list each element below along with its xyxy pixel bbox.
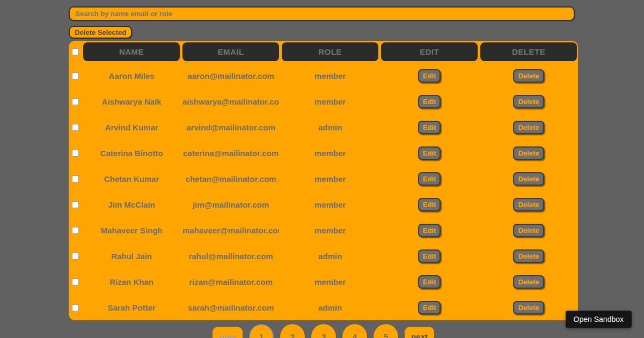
edit-button[interactable]: Edit	[418, 69, 441, 83]
edit-button[interactable]: Edit	[418, 198, 441, 211]
cell-email: rahul@mailinator.com	[182, 252, 279, 261]
edit-button[interactable]: Edit	[418, 95, 441, 108]
cell-name: Caterina Binotto	[83, 149, 180, 158]
cell-role: member	[282, 277, 378, 286]
edit-button[interactable]: Edit	[418, 249, 441, 263]
cell-email: aishwarya@mailinator.com	[182, 97, 279, 106]
main-content: Delete Selected NAME EMAIL ROLE EDIT DEL…	[69, 6, 578, 338]
cell-role: admin	[282, 252, 378, 261]
delete-button[interactable]: Delete	[513, 146, 544, 160]
cell-role: member	[282, 97, 378, 106]
row-checkbox[interactable]	[72, 278, 79, 285]
cell-role: member	[282, 226, 378, 235]
page-number-button[interactable]: 4	[342, 324, 367, 338]
delete-button[interactable]: Delete	[513, 249, 544, 263]
cell-role: member	[282, 200, 378, 209]
row-checkbox[interactable]	[72, 201, 79, 208]
row-checkbox[interactable]	[72, 98, 79, 105]
cell-email: chetan@mailinator.com	[182, 174, 279, 183]
cell-name: Jim McClain	[83, 200, 180, 209]
cell-role: member	[282, 149, 378, 158]
page: Delete Selected NAME EMAIL ROLE EDIT DEL…	[0, 0, 644, 338]
header-delete: DELETE	[480, 42, 577, 61]
search-input[interactable]	[69, 6, 575, 21]
cell-name: Arvind Kumar	[83, 123, 180, 132]
row-checkbox[interactable]	[72, 253, 79, 260]
edit-button[interactable]: Edit	[418, 224, 441, 237]
cell-email: mahaveer@mailinator.com	[182, 226, 279, 235]
select-all-checkbox[interactable]	[72, 48, 79, 55]
delete-button[interactable]: Delete	[513, 95, 544, 108]
delete-button[interactable]: Delete	[513, 301, 544, 314]
delete-button[interactable]: Delete	[513, 69, 544, 83]
cell-email: arvind@mailinator.com	[182, 123, 279, 132]
row-checkbox[interactable]	[72, 72, 79, 79]
edit-button[interactable]: Edit	[418, 301, 441, 314]
table-row: Rizan Khan rizan@mailinator.com member E…	[70, 269, 577, 295]
table-row: Sarah Potter sarah@mailinator.com admin …	[70, 295, 577, 320]
edit-button[interactable]: Edit	[418, 146, 441, 160]
pagination: prev 12345 next	[69, 324, 578, 338]
prev-page-button[interactable]: prev	[213, 327, 243, 338]
page-number-button[interactable]: 3	[311, 324, 336, 338]
cell-role: admin	[282, 123, 378, 132]
cell-name: Rizan Khan	[83, 277, 180, 286]
page-number-group: 12345	[249, 324, 398, 338]
table-row: Aaron Miles aaron@mailinator.com member …	[70, 63, 577, 89]
table-row: Jim McClain jim@mailinator.com member Ed…	[70, 192, 577, 217]
header-name: NAME	[83, 42, 180, 61]
cell-name: Aaron Miles	[83, 71, 180, 80]
edit-button[interactable]: Edit	[418, 275, 441, 289]
delete-button[interactable]: Delete	[513, 275, 544, 289]
cell-role: member	[282, 174, 378, 183]
cell-email: sarah@mailinator.com	[182, 303, 279, 312]
table-row: Aishwarya Naik aishwarya@mailinator.com …	[70, 89, 577, 114]
open-sandbox-button[interactable]: Open Sandbox	[566, 311, 632, 328]
delete-button[interactable]: Delete	[513, 198, 544, 211]
table-row: Mahaveer Singh mahaveer@mailinator.com m…	[70, 217, 577, 243]
table-body: Aaron Miles aaron@mailinator.com member …	[70, 63, 577, 320]
cell-name: Aishwarya Naik	[83, 97, 180, 106]
table-row: Chetan Kumar chetan@mailinator.com membe…	[70, 166, 577, 192]
page-number-button[interactable]: 5	[374, 324, 398, 338]
table-row: Caterina Binotto caterina@mailinator.com…	[70, 140, 577, 166]
row-checkbox[interactable]	[72, 227, 79, 234]
table-row: Rahul Jain rahul@mailinator.com admin Ed…	[70, 243, 577, 269]
cell-email: caterina@mailinator.com	[182, 149, 279, 158]
cell-role: member	[282, 71, 378, 80]
table-header-row: NAME EMAIL ROLE EDIT DELETE	[70, 42, 577, 63]
next-page-button[interactable]: next	[405, 327, 434, 338]
delete-selected-button[interactable]: Delete Selected	[69, 26, 132, 39]
cell-email: jim@mailinator.com	[182, 200, 279, 209]
cell-name: Sarah Potter	[83, 303, 180, 312]
header-email: EMAIL	[182, 42, 279, 61]
table-row: Arvind Kumar arvind@mailinator.com admin…	[70, 114, 577, 140]
users-table: NAME EMAIL ROLE EDIT DELETE Aaron Miles …	[69, 41, 578, 320]
cell-email: aaron@mailinator.com	[182, 71, 279, 80]
edit-button[interactable]: Edit	[418, 172, 441, 186]
page-number-button[interactable]: 2	[280, 324, 305, 338]
page-number-button[interactable]: 1	[249, 324, 274, 338]
row-checkbox[interactable]	[72, 304, 79, 311]
row-checkbox[interactable]	[72, 175, 79, 182]
header-role: ROLE	[282, 42, 378, 61]
header-edit: EDIT	[381, 42, 478, 61]
cell-name: Chetan Kumar	[83, 174, 180, 183]
row-checkbox[interactable]	[72, 124, 79, 131]
delete-button[interactable]: Delete	[513, 172, 544, 186]
edit-button[interactable]: Edit	[418, 121, 441, 134]
cell-email: rizan@mailinator.com	[182, 277, 279, 286]
cell-role: admin	[282, 303, 378, 312]
row-checkbox[interactable]	[72, 150, 79, 157]
cell-name: Rahul Jain	[83, 252, 180, 261]
delete-button[interactable]: Delete	[513, 224, 544, 237]
delete-button[interactable]: Delete	[513, 121, 544, 134]
cell-name: Mahaveer Singh	[83, 226, 180, 235]
